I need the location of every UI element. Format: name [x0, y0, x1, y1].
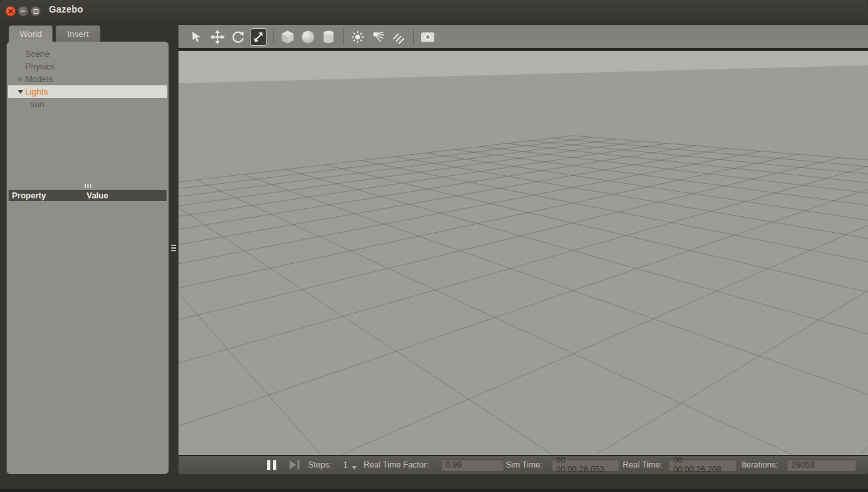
translate-icon	[210, 30, 225, 44]
step-button[interactable]	[290, 456, 299, 474]
tab-world-label: World	[20, 29, 42, 39]
real-time-value: 00 00:00:26.208	[669, 459, 736, 471]
rotate-tool-button[interactable]	[229, 28, 247, 46]
steps-label: Steps:	[308, 456, 331, 474]
property-column-header: Property	[12, 191, 87, 200]
render-toolbar	[178, 25, 868, 50]
pause-icon	[267, 460, 270, 470]
close-icon	[8, 9, 13, 14]
expander-expanded-icon[interactable]	[16, 90, 25, 94]
sphere-shape-button[interactable]	[299, 28, 317, 46]
window-bottom-edge	[0, 489, 868, 492]
scale-tool-button[interactable]	[250, 28, 267, 46]
tree-item-physics[interactable]: Physics	[8, 60, 167, 73]
pause-button[interactable]	[267, 456, 276, 474]
expander-collapsed-icon[interactable]	[16, 77, 25, 82]
real-time-factor-value: 0.99	[442, 459, 504, 471]
box-shape-button[interactable]	[279, 28, 296, 46]
tree-item-sun[interactable]: sun	[8, 98, 167, 110]
tree-item-label: Lights	[25, 87, 48, 97]
spot-light-button[interactable]	[370, 28, 387, 46]
sim-time-value: 00 00:00:26.053	[552, 459, 619, 471]
toolbar-separator	[413, 29, 414, 45]
world-tree: Scene Physics Models Lights sun	[7, 42, 169, 110]
maximize-icon	[33, 9, 39, 15]
tree-item-models[interactable]: Models	[8, 73, 167, 85]
sim-time-label: Sim Time:	[506, 456, 543, 474]
render-viewport[interactable]	[178, 51, 868, 455]
property-table-header: Property Value	[9, 190, 167, 201]
tree-item-label: Scene	[25, 49, 50, 59]
window-title: Gazebo	[49, 4, 83, 15]
tree-item-label: sun	[30, 99, 44, 109]
screenshot-button[interactable]	[419, 28, 436, 46]
scale-icon	[252, 30, 265, 44]
main-area: Steps: 1 Real Time Factor: 0.99 Sim Time…	[178, 25, 868, 474]
rotate-icon	[231, 30, 245, 44]
spot-light-icon	[371, 30, 385, 44]
minimize-button[interactable]	[18, 6, 28, 17]
toolbar-separator	[273, 29, 274, 45]
select-arrow-icon	[190, 30, 204, 44]
sphere-icon	[300, 29, 316, 45]
camera-icon	[420, 29, 436, 45]
tree-item-scene[interactable]: Scene	[8, 48, 167, 60]
toolbar-separator	[343, 29, 344, 45]
panel-splitter-handle[interactable]	[85, 184, 91, 188]
point-light-icon	[350, 30, 365, 44]
real-time-factor-label: Real Time Factor:	[364, 456, 429, 474]
directional-light-button[interactable]	[390, 28, 407, 46]
minimize-icon	[20, 9, 26, 14]
tab-insert-label: Insert	[67, 29, 89, 39]
real-time-label: Real Time:	[623, 456, 662, 474]
tree-item-label: Models	[25, 74, 53, 84]
tree-item-label: Physics	[25, 62, 55, 71]
tab-world[interactable]: World	[9, 25, 53, 42]
select-tool-button[interactable]	[188, 28, 206, 46]
world-panel: Scene Physics Models Lights sun Property	[7, 42, 169, 474]
step-icon	[290, 460, 296, 470]
value-column-header: Value	[87, 191, 108, 200]
sidebar-splitter-handle[interactable]	[171, 245, 176, 251]
cylinder-icon	[321, 29, 336, 45]
iterations-label: Iterations:	[742, 456, 778, 474]
steps-value[interactable]: 1	[343, 456, 348, 474]
close-button[interactable]	[5, 6, 16, 17]
gazebo-window: Gazebo World Insert Scene Physics Models…	[0, 0, 868, 492]
box-icon	[280, 29, 296, 45]
maximize-button[interactable]	[30, 6, 41, 17]
cylinder-shape-button[interactable]	[320, 28, 337, 46]
translate-tool-button[interactable]	[209, 28, 226, 46]
iterations-value: 26053	[787, 459, 856, 471]
titlebar: Gazebo	[0, 0, 868, 20]
tab-insert[interactable]: Insert	[56, 25, 100, 42]
point-light-button[interactable]	[349, 28, 366, 46]
tree-item-lights[interactable]: Lights	[8, 85, 167, 98]
viewport-canvas[interactable]	[178, 51, 868, 455]
statusbar: Steps: 1 Real Time Factor: 0.99 Sim Time…	[178, 455, 868, 474]
steps-spinner-caret[interactable]	[349, 456, 357, 474]
directional-light-icon	[391, 30, 406, 44]
